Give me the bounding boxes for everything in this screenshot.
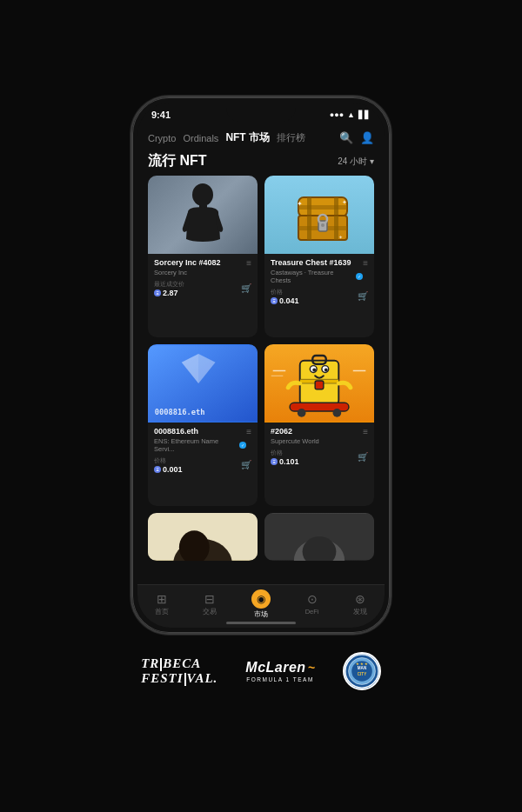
home-indicator [226,622,296,624]
nav-nft-market[interactable]: NFT 市场 [225,130,270,145]
price-row-sorcery: 最近成交价 Ξ 2.87 🛒 [154,280,251,297]
price-label-ens: 价格 [154,456,183,465]
mclaren-logo: McLaren ~ FORMULA 1 TEAM [245,660,314,682]
search-icon[interactable]: 🔍 [339,131,353,144]
tab-trade-icon: ⊟ [204,592,215,606]
nav-action-icons: 🔍 👤 [339,131,374,144]
price-row-ens: 价格 Ξ 0.001 🛒 [154,456,251,474]
nft-card-supercute[interactable]: #2062 Supercute World ≡ 价格 Ξ 0.101 [264,344,374,506]
nft-name-ens: 0008816.eth ENS: Ethereum Name Servi... … [154,427,246,453]
svg-text:★ ★ ★: ★ ★ ★ [356,662,368,666]
menu-dots-ens[interactable]: ≡ [246,427,251,436]
price-val-treasure: Ξ 0.041 [271,296,299,305]
notch [226,103,296,122]
nft-collection-sorcery: Sorcery Inc [154,269,221,276]
nft-collection-ens: ENS: Ethereum Name Servi... ✓ [154,437,246,453]
nft-card-partial-1[interactable] [148,513,258,561]
price-label-supercute: 价格 [271,449,299,457]
verified-badge-treasure: ✓ [356,273,363,280]
phone-screen: 9:41 ●●● ▲ ▋▋ Crypto Ordinals NFT 市场 排行榜… [137,103,385,628]
nav-ordinals[interactable]: Ordinals [183,133,218,143]
nft-image-supercute [264,344,374,423]
price-val-supercute: Ξ 0.101 [271,457,299,466]
cart-icon-supercute[interactable]: 🛒 [358,452,368,462]
nft-card-treasure[interactable]: ✦ ✦ ✦ Treasure Chest #1639 Castaways · [264,176,374,337]
nft-image-ens: 0008816.eth [148,344,258,423]
section-title: 流行 NFT [148,152,207,170]
top-nav: Crypto Ordinals NFT 市场 排行榜 🔍 👤 [137,127,385,149]
tab-market-icon: ◉ [251,589,271,609]
nft-image-sorcery [148,176,258,254]
eth-icon-supercute: Ξ [271,458,278,465]
chest-graphic: ✦ ✦ ✦ [295,196,344,235]
tribeca-logo: TRBECA FESTIVAL. [141,656,218,686]
mancity-logo: MAN CITY ★ ★ ★ [343,652,381,690]
nft-grid: Sorcery Inc #4082 Sorcery Inc ≡ 最近成交价 Ξ … [137,176,385,588]
phone-mockup: 9:41 ●●● ▲ ▋▋ Crypto Ordinals NFT 市场 排行榜… [130,96,392,635]
cart-icon-treasure[interactable]: 🛒 [358,291,368,301]
phone-frame: 9:41 ●●● ▲ ▋▋ Crypto Ordinals NFT 市场 排行榜… [130,96,392,635]
cart-icon-sorcery[interactable]: 🛒 [241,283,251,293]
tab-trade[interactable]: ⊟ 交易 [203,592,217,616]
svg-text:0008816.eth: 0008816.eth [155,408,205,416]
menu-dots-treasure[interactable]: ≡ [363,258,368,268]
svg-point-30 [325,368,328,371]
profile-icon[interactable]: 👤 [360,131,374,144]
tab-home-icon: ⊞ [157,592,167,606]
svg-point-0 [192,183,213,206]
mclaren-sub-text: FORMULA 1 TEAM [245,676,314,682]
logos-section: TRBECA FESTIVAL. McLaren ~ FORMULA 1 TEA… [124,652,398,690]
svg-text:✦: ✦ [342,199,347,205]
price-val-sorcery: Ξ 2.87 [154,289,184,297]
tab-discover-icon: ⊛ [355,592,365,606]
tab-trade-label: 交易 [203,608,217,616]
nav-rankings[interactable]: 排行榜 [277,131,305,144]
nft-card-ens[interactable]: 0008816.eth 0008816.eth ENS: Ethereum Na… [148,344,258,506]
tab-market[interactable]: ◉ 市场 [251,589,271,619]
nft-card-sorcery[interactable]: Sorcery Inc #4082 Sorcery Inc ≡ 最近成交价 Ξ … [148,176,258,337]
tab-defi-label: DeFi [305,608,319,616]
nft-name-sorcery: Sorcery Inc #4082 Sorcery Inc [154,258,221,276]
signal-icon: ●●● [330,110,344,119]
eth-icon-sorcery: Ξ [154,290,161,296]
nft-card-partial-2[interactable] [264,513,374,561]
eth-icon-ens: Ξ [154,466,161,473]
silhouette-graphic [179,183,227,248]
svg-point-33 [333,409,342,417]
svg-text:✦: ✦ [338,235,343,240]
nft-info-supercute: #2062 Supercute World ≡ 价格 Ξ 0.101 [264,423,374,471]
tab-defi[interactable]: ⊙ DeFi [305,592,319,616]
tab-home-label: 首页 [155,608,169,616]
price-label-treasure: 价格 [271,288,299,296]
status-icons: ●●● ▲ ▋▋ [330,110,371,119]
cart-icon-ens[interactable]: 🛒 [241,460,251,469]
verified-badge-ens: ✓ [239,442,246,449]
tab-home[interactable]: ⊞ 首页 [155,592,169,616]
price-row-supercute: 价格 Ξ 0.101 🛒 [271,449,368,466]
eth-icon-treasure: Ξ [271,297,278,304]
svg-text:✦: ✦ [297,200,303,208]
mclaren-swoosh-icon: ~ [308,661,315,675]
nft-info-treasure: Treasure Chest #1639 Castaways · Treasur… [264,254,374,310]
price-label-sorcery: 最近成交价 [154,280,184,289]
svg-text:MAN: MAN [358,666,366,670]
nft-image-treasure: ✦ ✦ ✦ [264,176,374,254]
mclaren-wordmark: McLaren [245,660,305,676]
tab-discover[interactable]: ⊛ 发现 [353,592,367,616]
nft-info-sorcery: Sorcery Inc #4082 Sorcery Inc ≡ 最近成交价 Ξ … [148,254,258,303]
svg-point-29 [312,368,316,371]
nft-info-ens: 0008816.eth ENS: Ethereum Name Servi... … [148,423,258,479]
tab-market-label: 市场 [254,610,268,619]
nft-collection-supercute: Supercute World [271,437,319,445]
svg-rect-26 [315,381,324,389]
wifi-icon: ▲ [347,110,355,119]
svg-point-13 [321,223,325,227]
price-val-ens: Ξ 0.001 [154,465,183,474]
nav-crypto[interactable]: Crypto [148,133,176,143]
menu-dots-supercute[interactable]: ≡ [363,427,368,436]
nft-name-treasure: Treasure Chest #1639 Castaways · Treasur… [271,258,363,284]
svg-text:CITY: CITY [358,672,366,676]
nft-name-supercute: #2062 Supercute World [271,427,319,445]
menu-dots-sorcery[interactable]: ≡ [246,258,251,268]
time-filter[interactable]: 24 小时 ▾ [338,156,374,168]
